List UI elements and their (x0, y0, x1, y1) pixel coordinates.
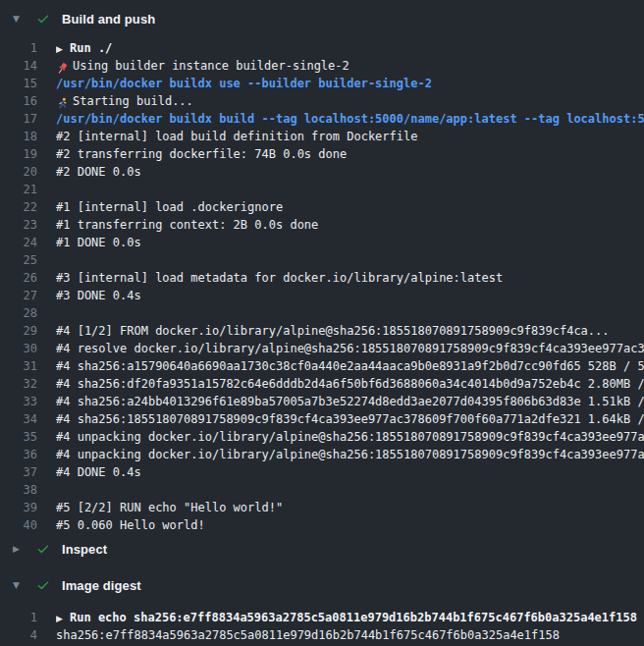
line-number[interactable]: 22 (0, 198, 37, 216)
log-text: #2 transferring dockerfile: 74B 0.0s don… (56, 145, 644, 163)
log-text: #4 unpacking docker.io/library/alpine@sh… (56, 428, 644, 446)
line-number[interactable]: 36 (0, 446, 37, 463)
log-line: 30#4 resolve docker.io/library/alpine@sh… (0, 340, 644, 357)
log-section-build-and-push: ▼Build and push1▶Run ./14Using builder i… (0, 8, 644, 534)
log-text-content: #1 DONE 0.0s (56, 236, 141, 249)
line-number[interactable]: 26 (0, 269, 37, 287)
log-text-content: #4 resolve docker.io/library/alpine@sha2… (56, 342, 644, 355)
line-number[interactable]: 19 (0, 145, 37, 163)
log-text: /usr/bin/docker buildx use --builder bui… (56, 75, 644, 92)
line-number[interactable]: 33 (0, 393, 37, 410)
log-text-content: /usr/bin/docker buildx use --builder bui… (56, 77, 432, 90)
log-text (56, 251, 644, 269)
section-header-build-and-push[interactable]: ▼Build and push (0, 8, 644, 29)
log-line: 4sha256:e7ff8834a5963a2785c5a0811e979d16… (0, 626, 644, 644)
log-line: 33#4 sha256:a24bb4013296f61e89ba57005a7b… (0, 393, 644, 410)
log-text: /usr/bin/docker buildx build --tag local… (56, 110, 644, 128)
section-title: Inspect (62, 542, 107, 557)
log-text: sha256:e7ff8834a5963a2785c5a0811e979d16b… (56, 626, 644, 644)
line-number[interactable]: 1 (0, 609, 37, 626)
chevron-right-icon[interactable]: ▶ (13, 538, 25, 560)
line-number[interactable]: 20 (0, 163, 37, 181)
play-icon[interactable]: ▶ (56, 610, 70, 626)
line-number[interactable]: 23 (0, 216, 37, 234)
section-header-image-digest[interactable]: ▼Image digest (0, 574, 644, 596)
log-text-content: Starting build... (73, 94, 193, 108)
log-line: 31#4 sha256:a15790640a6690aa1730c38cf0a4… (0, 357, 644, 375)
line-number[interactable]: 25 (0, 251, 37, 269)
log-text-content: Using builder instance builder-single-2 (73, 59, 349, 73)
log-line: 36#4 unpacking docker.io/library/alpine@… (0, 446, 644, 463)
line-number[interactable]: 38 (0, 481, 37, 499)
log-text-content: #1 [internal] load .dockerignore (56, 200, 283, 214)
log-text-content: #4 DONE 0.4s (56, 465, 141, 479)
line-number[interactable]: 27 (0, 287, 37, 304)
line-number[interactable]: 31 (0, 357, 37, 375)
log-text-content: sha256:e7ff8834a5963a2785c5a0811e979d16b… (56, 628, 560, 642)
check-icon (36, 542, 50, 556)
log-line: 1▶Run echo sha256:e7ff8834a5963a2785c5a0… (0, 609, 644, 626)
line-number[interactable]: 21 (0, 181, 37, 198)
log-text-content: #3 [internal] load metadata for docker.i… (56, 271, 503, 285)
section-title: Build and push (62, 12, 155, 27)
line-number[interactable]: 24 (0, 234, 37, 251)
log-section-image-digest: ▼Image digest1▶Run echo sha256:e7ff8834a… (0, 574, 644, 644)
log-text-content: #5 0.060 Hello world! (56, 518, 205, 532)
line-number[interactable]: 39 (0, 499, 37, 516)
log-line: 15/usr/bin/docker buildx use --builder b… (0, 75, 644, 92)
line-number[interactable]: 34 (0, 410, 37, 428)
log-text: #5 0.060 Hello world! (56, 516, 644, 534)
log-text: #2 [internal] load build definition from… (56, 128, 644, 145)
log-text-content: Run echo sha256:e7ff8834a5963a2785c5a081… (70, 611, 637, 624)
log-line: 28 (0, 304, 644, 322)
log-text: #4 sha256:a24bb4013296f61e89ba57005a7b3e… (56, 393, 644, 410)
log-text-content: #2 DONE 0.0s (56, 165, 141, 179)
log-text-content: #2 [internal] load build definition from… (56, 130, 417, 143)
line-number[interactable]: 15 (0, 75, 37, 92)
log-text (56, 181, 644, 198)
line-number[interactable]: 1 (0, 39, 37, 57)
log-line: 19#2 transferring dockerfile: 74B 0.0s d… (0, 145, 644, 163)
line-number[interactable]: 28 (0, 304, 37, 322)
log-text-content: #4 sha256:a24bb4013296f61e89ba57005a7b3e… (56, 395, 644, 408)
line-number[interactable]: 29 (0, 322, 37, 340)
log-text-content: #5 [2/2] RUN echo "Hello world!" (56, 501, 283, 514)
line-number[interactable]: 4 (0, 626, 37, 644)
log-text: #3 [internal] load metadata for docker.i… (56, 269, 644, 287)
line-number[interactable]: 35 (0, 428, 37, 446)
section-title: Image digest (62, 578, 141, 593)
line-number[interactable]: 37 (0, 463, 37, 481)
chevron-down-icon[interactable]: ▼ (13, 8, 25, 29)
log-line: 25 (0, 251, 644, 269)
section-header-inspect[interactable]: ▶Inspect (0, 538, 644, 560)
pushpin-icon (56, 59, 73, 75)
log-text: #4 sha256:a15790640a6690aa1730c38cf0a440… (56, 357, 644, 375)
log-text: #3 DONE 0.4s (56, 287, 644, 304)
log-text: ▶Run ./ (56, 39, 644, 57)
log-line: 37#4 DONE 0.4s (0, 463, 644, 481)
log-line: 20#2 DONE 0.0s (0, 163, 644, 181)
log-text (56, 481, 644, 499)
log-text: #4 DONE 0.4s (56, 463, 644, 481)
log-text-content: #4 unpacking docker.io/library/alpine@sh… (56, 448, 644, 461)
line-number[interactable]: 18 (0, 128, 37, 145)
line-number[interactable]: 40 (0, 516, 37, 534)
play-icon[interactable]: ▶ (56, 40, 70, 57)
line-number[interactable]: 32 (0, 375, 37, 393)
log-text: ▶Run echo sha256:e7ff8834a5963a2785c5a08… (56, 609, 644, 626)
log-text-content: #4 [1/2] FROM docker.io/library/alpine@s… (56, 324, 610, 338)
log-text-content: #4 unpacking docker.io/library/alpine@sh… (56, 430, 644, 444)
line-number[interactable]: 14 (0, 57, 37, 75)
log-section-inspect: ▶Inspect (0, 538, 644, 560)
line-number[interactable]: 16 (0, 92, 37, 110)
line-number[interactable]: 17 (0, 110, 37, 128)
line-number[interactable]: 30 (0, 340, 37, 357)
log-line: 35#4 unpacking docker.io/library/alpine@… (0, 428, 644, 446)
log-line: 38 (0, 481, 644, 499)
log-line: 1▶Run ./ (0, 39, 644, 57)
log-text: #4 [1/2] FROM docker.io/library/alpine@s… (56, 322, 644, 340)
chevron-down-icon[interactable]: ▼ (13, 574, 25, 596)
log-line: 29#4 [1/2] FROM docker.io/library/alpine… (0, 322, 644, 340)
log-line: 24#1 DONE 0.0s (0, 234, 644, 251)
log-line: 22#1 [internal] load .dockerignore (0, 198, 644, 216)
